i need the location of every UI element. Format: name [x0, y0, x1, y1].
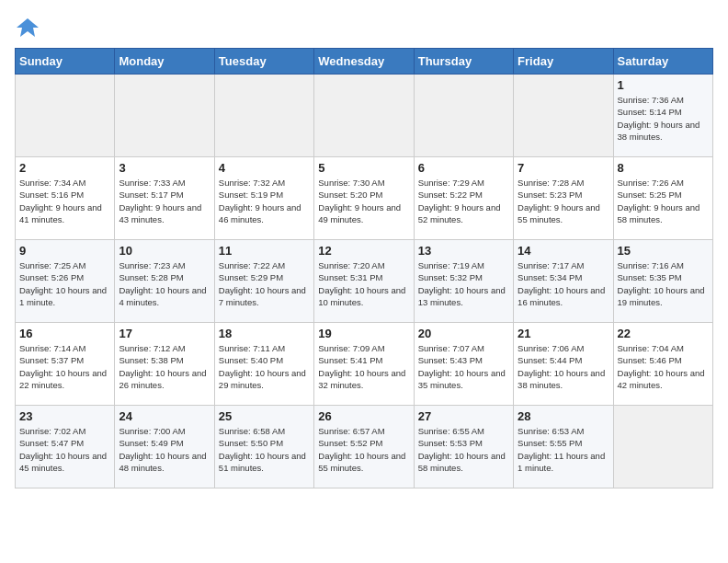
calendar-table: SundayMondayTuesdayWednesdayThursdayFrid… [15, 48, 713, 488]
calendar-cell: 5Sunrise: 7:30 AM Sunset: 5:20 PM Daylig… [314, 157, 414, 240]
day-info: Sunrise: 7:11 AM Sunset: 5:40 PM Dayligh… [219, 342, 310, 391]
calendar-cell: 16Sunrise: 7:14 AM Sunset: 5:37 PM Dayli… [16, 323, 115, 406]
day-number: 26 [318, 409, 409, 423]
day-number: 12 [318, 244, 409, 258]
calendar-cell: 23Sunrise: 7:02 AM Sunset: 5:47 PM Dayli… [16, 406, 115, 488]
day-info: Sunrise: 7:19 AM Sunset: 5:32 PM Dayligh… [418, 259, 509, 308]
calendar-cell: 25Sunrise: 6:58 AM Sunset: 5:50 PM Dayli… [214, 406, 313, 488]
day-number: 17 [119, 327, 210, 340]
calendar-cell [214, 75, 313, 157]
calendar-cell [414, 75, 513, 157]
day-info: Sunrise: 7:25 AM Sunset: 5:26 PM Dayligh… [19, 259, 110, 308]
day-info: Sunrise: 7:16 AM Sunset: 5:35 PM Dayligh… [618, 259, 709, 308]
day-info: Sunrise: 7:26 AM Sunset: 5:25 PM Dayligh… [618, 177, 709, 225]
day-number: 24 [119, 409, 210, 423]
page-header [15, 15, 713, 40]
day-info: Sunrise: 6:57 AM Sunset: 5:52 PM Dayligh… [318, 425, 409, 474]
logo-icon [15, 15, 40, 40]
day-header-sunday: Sunday [16, 49, 115, 75]
calendar-cell: 12Sunrise: 7:20 AM Sunset: 5:31 PM Dayli… [314, 240, 414, 323]
day-info: Sunrise: 7:04 AM Sunset: 5:46 PM Dayligh… [618, 342, 709, 391]
day-number: 21 [518, 327, 609, 340]
calendar-cell: 21Sunrise: 7:06 AM Sunset: 5:44 PM Dayli… [514, 323, 613, 406]
day-number: 7 [518, 161, 609, 175]
calendar-cell [16, 75, 115, 157]
week-row-5: 23Sunrise: 7:02 AM Sunset: 5:47 PM Dayli… [16, 406, 713, 488]
calendar-cell: 7Sunrise: 7:28 AM Sunset: 5:23 PM Daylig… [514, 157, 613, 240]
calendar-cell: 4Sunrise: 7:32 AM Sunset: 5:19 PM Daylig… [214, 157, 313, 240]
calendar-cell: 2Sunrise: 7:34 AM Sunset: 5:16 PM Daylig… [16, 157, 115, 240]
day-info: Sunrise: 7:20 AM Sunset: 5:31 PM Dayligh… [318, 259, 409, 308]
day-header-thursday: Thursday [414, 49, 513, 75]
day-number: 6 [418, 161, 509, 175]
calendar-cell: 3Sunrise: 7:33 AM Sunset: 5:17 PM Daylig… [115, 157, 214, 240]
calendar-cell: 9Sunrise: 7:25 AM Sunset: 5:26 PM Daylig… [16, 240, 115, 323]
day-number: 22 [618, 327, 709, 340]
calendar-cell: 22Sunrise: 7:04 AM Sunset: 5:46 PM Dayli… [613, 323, 712, 406]
day-number: 3 [119, 161, 210, 175]
day-number: 15 [618, 244, 709, 258]
week-row-1: 1Sunrise: 7:36 AM Sunset: 5:14 PM Daylig… [16, 75, 713, 157]
calendar-cell: 11Sunrise: 7:22 AM Sunset: 5:29 PM Dayli… [214, 240, 313, 323]
week-row-4: 16Sunrise: 7:14 AM Sunset: 5:37 PM Dayli… [16, 323, 713, 406]
day-number: 27 [418, 409, 509, 423]
day-info: Sunrise: 7:22 AM Sunset: 5:29 PM Dayligh… [219, 259, 310, 308]
calendar-cell [115, 75, 214, 157]
calendar-cell: 8Sunrise: 7:26 AM Sunset: 5:25 PM Daylig… [613, 157, 712, 240]
day-number: 1 [618, 78, 709, 92]
day-number: 14 [518, 244, 609, 258]
day-info: Sunrise: 7:32 AM Sunset: 5:19 PM Dayligh… [219, 177, 310, 225]
logo [15, 15, 44, 40]
week-row-2: 2Sunrise: 7:34 AM Sunset: 5:16 PM Daylig… [16, 157, 713, 240]
day-number: 13 [418, 244, 509, 258]
day-info: Sunrise: 6:58 AM Sunset: 5:50 PM Dayligh… [219, 425, 310, 474]
calendar-cell [514, 75, 613, 157]
calendar-cell: 26Sunrise: 6:57 AM Sunset: 5:52 PM Dayli… [314, 406, 414, 488]
day-header-friday: Friday [514, 49, 613, 75]
day-header-tuesday: Tuesday [214, 49, 313, 75]
day-info: Sunrise: 7:36 AM Sunset: 5:14 PM Dayligh… [618, 94, 709, 143]
day-number: 11 [219, 244, 310, 258]
day-number: 28 [518, 409, 609, 423]
day-info: Sunrise: 7:17 AM Sunset: 5:34 PM Dayligh… [518, 259, 609, 308]
day-info: Sunrise: 6:55 AM Sunset: 5:53 PM Dayligh… [418, 425, 509, 474]
day-info: Sunrise: 7:34 AM Sunset: 5:16 PM Dayligh… [19, 177, 110, 225]
day-number: 23 [19, 409, 110, 423]
day-number: 19 [318, 327, 409, 340]
calendar-cell: 14Sunrise: 7:17 AM Sunset: 5:34 PM Dayli… [514, 240, 613, 323]
day-number: 25 [219, 409, 310, 423]
day-number: 10 [119, 244, 210, 258]
day-number: 2 [19, 161, 110, 175]
calendar-cell: 28Sunrise: 6:53 AM Sunset: 5:55 PM Dayli… [514, 406, 613, 488]
calendar-cell: 17Sunrise: 7:12 AM Sunset: 5:38 PM Dayli… [115, 323, 214, 406]
day-info: Sunrise: 7:29 AM Sunset: 5:22 PM Dayligh… [418, 177, 509, 225]
calendar-cell: 1Sunrise: 7:36 AM Sunset: 5:14 PM Daylig… [613, 75, 712, 157]
day-header-wednesday: Wednesday [314, 49, 414, 75]
calendar-cell [613, 406, 712, 488]
day-info: Sunrise: 7:02 AM Sunset: 5:47 PM Dayligh… [19, 425, 110, 474]
calendar-cell: 19Sunrise: 7:09 AM Sunset: 5:41 PM Dayli… [314, 323, 414, 406]
day-header-monday: Monday [115, 49, 214, 75]
day-number: 9 [19, 244, 110, 258]
day-info: Sunrise: 7:14 AM Sunset: 5:37 PM Dayligh… [19, 342, 110, 391]
day-info: Sunrise: 7:09 AM Sunset: 5:41 PM Dayligh… [318, 342, 409, 391]
calendar-cell: 20Sunrise: 7:07 AM Sunset: 5:43 PM Dayli… [414, 323, 513, 406]
calendar-cell: 6Sunrise: 7:29 AM Sunset: 5:22 PM Daylig… [414, 157, 513, 240]
calendar-cell: 10Sunrise: 7:23 AM Sunset: 5:28 PM Dayli… [115, 240, 214, 323]
calendar-cell: 13Sunrise: 7:19 AM Sunset: 5:32 PM Dayli… [414, 240, 513, 323]
calendar-cell: 27Sunrise: 6:55 AM Sunset: 5:53 PM Dayli… [414, 406, 513, 488]
day-info: Sunrise: 7:30 AM Sunset: 5:20 PM Dayligh… [318, 177, 409, 225]
days-of-week-row: SundayMondayTuesdayWednesdayThursdayFrid… [16, 49, 713, 75]
week-row-3: 9Sunrise: 7:25 AM Sunset: 5:26 PM Daylig… [16, 240, 713, 323]
day-number: 18 [219, 327, 310, 340]
day-number: 8 [618, 161, 709, 175]
day-number: 16 [19, 327, 110, 340]
day-info: Sunrise: 6:53 AM Sunset: 5:55 PM Dayligh… [518, 425, 609, 474]
day-info: Sunrise: 7:33 AM Sunset: 5:17 PM Dayligh… [119, 177, 210, 225]
calendar-cell [314, 75, 414, 157]
calendar-cell: 15Sunrise: 7:16 AM Sunset: 5:35 PM Dayli… [613, 240, 712, 323]
day-number: 20 [418, 327, 509, 340]
svg-marker-0 [17, 18, 39, 37]
day-number: 4 [219, 161, 310, 175]
calendar-cell: 18Sunrise: 7:11 AM Sunset: 5:40 PM Dayli… [214, 323, 313, 406]
